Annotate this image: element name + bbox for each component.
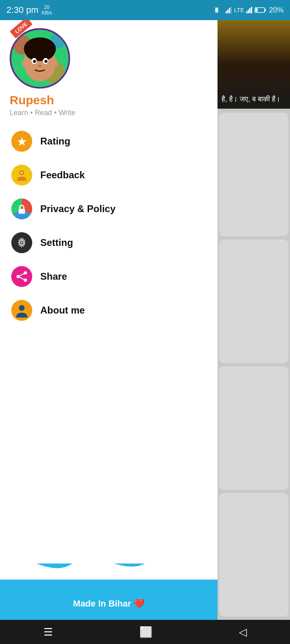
share-label: Share bbox=[40, 271, 67, 282]
svg-point-33 bbox=[21, 242, 23, 244]
status-bar: 2:30 pm 20KB/s LTE bbox=[0, 0, 290, 20]
menu-item-setting[interactable]: Setting bbox=[0, 226, 218, 260]
svg-rect-2 bbox=[226, 11, 227, 13]
lte-label: LTE bbox=[234, 7, 244, 13]
svg-rect-30 bbox=[19, 209, 25, 214]
drawer-header: LOVE Rupesh Learn • Read • Write bbox=[0, 20, 218, 121]
nav-home-icon[interactable]: ⬜ bbox=[139, 626, 152, 638]
right-top-img-content: है, है। जए, ब बाकी है। bbox=[218, 20, 290, 109]
svg-point-40 bbox=[19, 305, 25, 311]
svg-rect-3 bbox=[227, 10, 228, 13]
svg-rect-1 bbox=[215, 8, 218, 12]
status-left: 2:30 pm 20KB/s bbox=[6, 4, 52, 16]
battery-percentage: 20% bbox=[269, 6, 284, 14]
feedback-label: Feedback bbox=[40, 169, 85, 181]
privacy-icon-bg bbox=[11, 198, 32, 219]
svg-rect-8 bbox=[249, 8, 251, 13]
right-card-2 bbox=[219, 239, 288, 363]
gear-icon bbox=[15, 236, 28, 249]
menu-item-feedback[interactable]: Feedback bbox=[0, 158, 218, 192]
share-icon-wrap bbox=[11, 266, 32, 287]
star-icon: ★ bbox=[17, 134, 27, 149]
svg-rect-7 bbox=[248, 10, 249, 13]
right-panel: है, है। जए, ब बाकी है। bbox=[218, 20, 290, 620]
about-person-icon bbox=[13, 301, 31, 319]
svg-rect-6 bbox=[246, 11, 247, 13]
status-right: LTE 20% bbox=[215, 6, 284, 14]
privacy-label: Privacy & Policy bbox=[40, 203, 116, 215]
drawer-panel: LOVE Rupesh Learn • Read • Write ★ Ratin… bbox=[0, 20, 218, 620]
right-top-image: है, है। जए, ब बाकी है। bbox=[218, 20, 290, 109]
svg-point-22 bbox=[33, 60, 36, 63]
svg-point-24 bbox=[38, 65, 41, 67]
feedback-icon bbox=[14, 167, 30, 183]
about-icon-wrap bbox=[11, 300, 32, 321]
signal-icon bbox=[225, 6, 232, 14]
about-label: About me bbox=[40, 305, 85, 316]
sim-icon bbox=[215, 6, 224, 14]
svg-rect-5 bbox=[230, 7, 232, 13]
feedback-icon-wrap bbox=[11, 165, 32, 186]
svg-point-25 bbox=[22, 60, 27, 67]
privacy-icon bbox=[16, 203, 27, 215]
status-time: 2:30 pm bbox=[6, 5, 39, 15]
svg-point-19 bbox=[25, 44, 54, 61]
svg-rect-12 bbox=[255, 8, 257, 12]
about-icon-bg bbox=[11, 300, 32, 321]
hindi-quote: है, है। जए, ब बाकी है। bbox=[222, 94, 280, 105]
profile-tagline: Learn • Read • Write bbox=[10, 109, 208, 117]
svg-rect-4 bbox=[229, 8, 230, 13]
footer: Made In Bihar ❤️ bbox=[0, 588, 218, 620]
battery-icon bbox=[255, 6, 267, 14]
status-speed: 20KB/s bbox=[42, 4, 52, 16]
right-cards bbox=[218, 109, 290, 620]
main-screen: LOVE Rupesh Learn • Read • Write ★ Ratin… bbox=[0, 20, 290, 620]
menu-item-privacy[interactable]: ✓ Privacy & Policy bbox=[0, 192, 218, 226]
profile-name: Rupesh bbox=[10, 93, 208, 107]
menu-item-about[interactable]: About me bbox=[0, 293, 218, 327]
svg-rect-9 bbox=[251, 7, 252, 13]
right-card-4 bbox=[219, 493, 288, 617]
menu-item-rating[interactable]: ★ Rating bbox=[0, 124, 218, 158]
right-card-3 bbox=[219, 366, 288, 490]
right-card-1 bbox=[219, 113, 288, 236]
setting-icon-wrap bbox=[11, 232, 32, 253]
svg-line-38 bbox=[18, 277, 25, 280]
drawer-menu: ★ Rating Feedback bbox=[0, 121, 218, 531]
share-icon bbox=[16, 270, 28, 283]
profile-avatar-wrap: LOVE bbox=[10, 28, 70, 89]
signal-icons: LTE bbox=[215, 6, 267, 14]
lte-signal-icon bbox=[246, 6, 253, 14]
privacy-icon-wrap: ✓ bbox=[11, 198, 32, 219]
rating-icon-wrap: ★ bbox=[11, 131, 32, 152]
svg-rect-11 bbox=[265, 9, 266, 11]
svg-point-23 bbox=[44, 60, 48, 63]
footer-text: Made In Bihar ❤️ bbox=[73, 599, 144, 609]
rating-label: Rating bbox=[40, 136, 70, 147]
wave-svg bbox=[0, 547, 218, 580]
nav-menu-icon[interactable]: ☰ bbox=[44, 626, 53, 638]
svg-point-26 bbox=[53, 60, 58, 67]
avatar-image bbox=[11, 28, 68, 89]
menu-item-share[interactable]: Share bbox=[0, 260, 218, 293]
profile-avatar bbox=[10, 28, 70, 89]
svg-line-37 bbox=[18, 273, 25, 277]
navigation-bar: ☰ ⬜ ◁ bbox=[0, 620, 290, 644]
setting-label: Setting bbox=[40, 237, 73, 248]
nav-back-icon[interactable]: ◁ bbox=[239, 626, 247, 638]
